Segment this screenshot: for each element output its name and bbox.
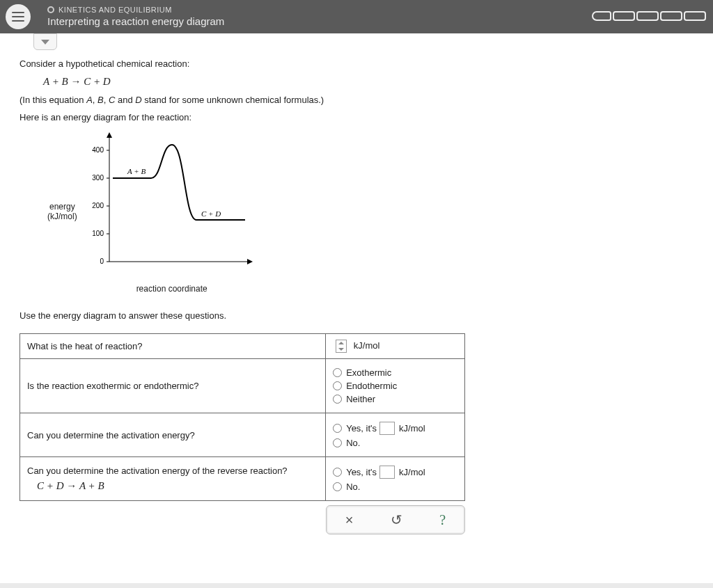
q4-answer: Yes, it's kJ/mol No. — [326, 457, 465, 501]
cancel-button[interactable]: × — [345, 512, 354, 528]
help-button[interactable]: ? — [439, 512, 446, 528]
page-content: Consider a hypothetical chemical reactio… — [0, 33, 713, 583]
q1-unit: kJ/mol — [354, 340, 380, 351]
header-text: KINETICS AND EQUILIBRIUM Interpreting a … — [47, 5, 224, 29]
q3-answer: Yes, it's kJ/mol No. — [326, 413, 465, 457]
q1-answer: kJ/mol — [326, 334, 465, 359]
progress-indicator — [592, 11, 706, 21]
chart-svg: 0 100 200 300 400 A + B — [81, 129, 263, 283]
q2-radio-endothermic[interactable] — [333, 381, 342, 390]
question-table: What is the heat of reaction? kJ/mol Is … — [19, 333, 465, 501]
svg-text:100: 100 — [92, 230, 104, 237]
q4-radio-no[interactable] — [333, 482, 342, 491]
x-axis-label: reaction coordinate — [81, 284, 263, 294]
reverse-equation: C + D → A + B — [37, 480, 318, 492]
energy-diagram: energy(kJ/mol) 0 100 200 — [47, 129, 694, 294]
svg-text:C + D: C + D — [201, 209, 221, 218]
row-q3: Can you determine the activation energy?… — [20, 413, 465, 457]
q1-input[interactable] — [336, 340, 347, 353]
intro-line-3: Here is an energy diagram for the reacti… — [19, 112, 694, 122]
row-q4: Can you determine the activation energy … — [20, 457, 465, 501]
status-dot-icon — [47, 6, 54, 13]
menu-button[interactable] — [6, 4, 31, 29]
topic-label: KINETICS AND EQUILIBRIUM — [58, 5, 172, 15]
page-title: Interpreting a reaction energy diagram — [47, 15, 224, 29]
svg-text:400: 400 — [92, 146, 104, 154]
row-q1: What is the heat of reaction? kJ/mol — [20, 334, 465, 359]
q3-input[interactable] — [379, 422, 395, 435]
q2-answer: Exothermic Endothermic Neither — [326, 359, 465, 413]
forward-equation: A + B → C + D — [43, 76, 694, 88]
q3-radio-no[interactable] — [333, 438, 342, 447]
intro-line-2: (In this equation A, B, C and D stand fo… — [19, 95, 694, 105]
q4-radio-yes[interactable] — [333, 468, 342, 477]
reset-button[interactable]: ↺ — [391, 511, 402, 528]
svg-text:200: 200 — [92, 202, 104, 209]
svg-text:A + B: A + B — [127, 167, 146, 175]
q2-radio-neither[interactable] — [333, 395, 342, 404]
q3-radio-yes[interactable] — [333, 424, 342, 433]
top-bar: KINETICS AND EQUILIBRIUM Interpreting a … — [0, 0, 713, 33]
q4-input[interactable] — [379, 466, 395, 479]
use-diagram-line: Use the energy diagram to answer these q… — [19, 310, 694, 321]
svg-marker-3 — [247, 259, 253, 264]
expand-button[interactable] — [33, 33, 57, 50]
q4-prompt: Can you determine the activation energy … — [27, 466, 288, 476]
q2-radio-exothermic[interactable] — [333, 368, 342, 377]
q3-prompt: Can you determine the activation energy? — [20, 413, 326, 457]
svg-text:0: 0 — [100, 257, 104, 265]
y-axis-label: energy(kJ/mol) — [47, 202, 77, 221]
q1-prompt: What is the heat of reaction? — [20, 334, 326, 359]
answer-controls: × ↺ ? — [326, 505, 465, 534]
svg-text:300: 300 — [92, 174, 104, 182]
intro-line-1: Consider a hypothetical chemical reactio… — [19, 58, 694, 69]
svg-marker-2 — [107, 132, 112, 138]
row-q2: Is the reaction exothermic or endothermi… — [20, 359, 465, 413]
q2-prompt: Is the reaction exothermic or endothermi… — [20, 359, 326, 413]
q4-prompt-cell: Can you determine the activation energy … — [20, 457, 326, 501]
chevron-down-icon — [41, 40, 49, 45]
